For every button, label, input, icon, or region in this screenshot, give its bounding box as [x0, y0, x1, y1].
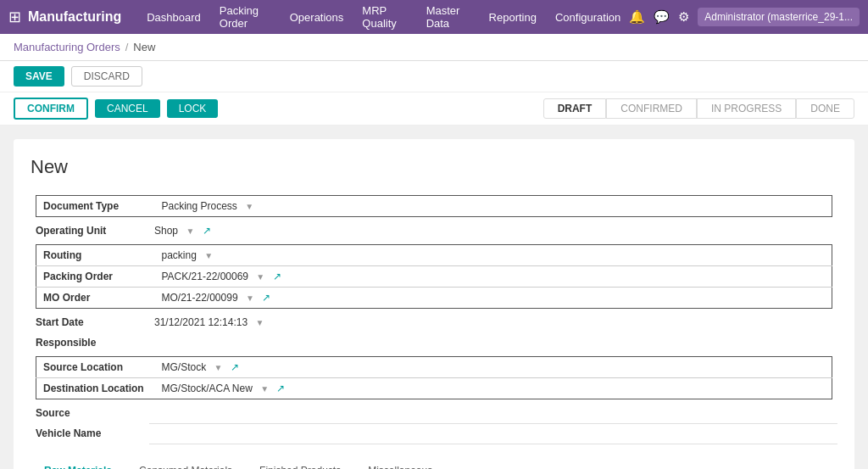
- packing-order-arrow: ▼: [256, 272, 264, 282]
- source-field[interactable]: [149, 403, 837, 423]
- form-title: New: [31, 156, 837, 178]
- tab-raw-materials[interactable]: Raw Materials: [31, 458, 125, 470]
- form-fields: Document Type Packing Process ▼: [31, 192, 837, 444]
- operating-unit-arrow: ▼: [186, 226, 194, 236]
- source-location-ext-link[interactable]: ↗: [231, 361, 239, 373]
- main-content: New Document Type Packing Process: [0, 126, 868, 469]
- vehicle-name-field[interactable]: [149, 423, 837, 444]
- destination-location-ext-link[interactable]: ↗: [276, 382, 285, 394]
- start-date-label: Start Date: [31, 312, 149, 332]
- document-type-field[interactable]: Packing Process ▼: [155, 196, 832, 217]
- action-bar-1: SAVE DISCARD: [0, 61, 868, 92]
- document-type-label: Document Type: [36, 196, 155, 217]
- lock-button[interactable]: LOCK: [167, 99, 219, 118]
- mo-order-arrow: ▼: [246, 293, 254, 303]
- source-location-label: Source Location: [36, 357, 155, 378]
- form-card: New Document Type Packing Process: [14, 139, 854, 469]
- grid-icon[interactable]: ⊞: [8, 8, 21, 26]
- confirm-button[interactable]: CONFIRM: [14, 98, 88, 120]
- nav-operations[interactable]: Operations: [281, 0, 353, 34]
- nav-dashboard[interactable]: Dashboard: [138, 0, 209, 34]
- save-button[interactable]: SAVE: [14, 66, 64, 87]
- tab-miscellaneous[interactable]: Miscellaneous: [354, 458, 446, 470]
- start-date-arrow: ▼: [255, 318, 264, 327]
- action-bar-2: CONFIRM CANCEL LOCK DRAFT CONFIRMED IN P…: [0, 92, 868, 126]
- notification-icon[interactable]: 🔔: [629, 9, 645, 25]
- mo-order-label: MO Order: [36, 288, 155, 309]
- nav-master-data[interactable]: Master Data: [418, 0, 479, 34]
- breadcrumb-current: New: [133, 41, 155, 53]
- breadcrumb: Manufacturing Orders / New: [0, 34, 868, 61]
- chat-icon[interactable]: 💬: [654, 9, 670, 25]
- breadcrumb-parent[interactable]: Manufacturing Orders: [14, 41, 120, 53]
- nav-mrp-quality[interactable]: MRP Quality: [353, 0, 415, 34]
- tab-finished-products[interactable]: Finished Products: [246, 458, 354, 470]
- tab-consumed-materials[interactable]: Consumed Materials: [125, 458, 246, 470]
- nav-reporting[interactable]: Reporting: [481, 0, 545, 34]
- settings-icon[interactable]: ⚙: [678, 9, 689, 25]
- source-label: Source: [31, 403, 149, 423]
- topnav-right: 🔔 💬 ⚙ Administrator (masterrice_29-1...: [629, 8, 860, 26]
- destination-location-arrow: ▼: [260, 384, 269, 394]
- document-type-arrow: ▼: [245, 202, 253, 211]
- destination-location-field[interactable]: MG/Stock/ACA New ▼ ↗: [155, 378, 832, 399]
- status-steps: DRAFT CONFIRMED IN PROGRESS DONE: [543, 98, 854, 119]
- nav-packing-order[interactable]: Packing Order: [211, 0, 280, 34]
- packing-order-ext-link[interactable]: ↗: [273, 271, 281, 282]
- cancel-button[interactable]: CANCEL: [95, 99, 160, 118]
- operating-unit-field[interactable]: Shop ▼ ↗: [149, 221, 837, 241]
- start-date-field[interactable]: 31/12/2021 12:14:13 ▼: [149, 312, 837, 332]
- routing-field[interactable]: packing ▼: [155, 245, 832, 266]
- responsible-label: Responsible: [31, 332, 149, 353]
- packing-order-label: Packing Order: [36, 266, 155, 288]
- packing-order-field[interactable]: PACK/21-22/00069 ▼ ↗: [155, 266, 832, 288]
- vehicle-name-label: Vehicle Name: [31, 423, 149, 444]
- tabs-row: Raw Materials Consumed Materials Finishe…: [31, 458, 837, 470]
- brand-label: Manufacturing: [28, 9, 121, 25]
- source-location-field[interactable]: MG/Stock ▼ ↗: [155, 357, 832, 378]
- status-draft[interactable]: DRAFT: [543, 98, 607, 119]
- operating-unit-ext-link[interactable]: ↗: [203, 225, 211, 237]
- nav-menu: Dashboard Packing Order Operations MRP Q…: [138, 0, 629, 34]
- mo-order-ext-link[interactable]: ↗: [262, 292, 270, 304]
- topnav: ⊞ Manufacturing Dashboard Packing Order …: [0, 0, 868, 34]
- user-menu[interactable]: Administrator (masterrice_29-1...: [698, 8, 860, 26]
- mo-order-field[interactable]: MO/21-22/00099 ▼ ↗: [155, 288, 832, 309]
- source-location-arrow: ▼: [214, 363, 223, 372]
- nav-configuration[interactable]: Configuration: [547, 0, 629, 34]
- status-done[interactable]: DONE: [796, 98, 854, 119]
- status-confirmed[interactable]: CONFIRMED: [606, 98, 697, 119]
- routing-arrow: ▼: [204, 251, 213, 260]
- destination-location-label: Destination Location: [36, 378, 155, 399]
- discard-button[interactable]: DISCARD: [71, 66, 142, 87]
- status-in-progress[interactable]: IN PROGRESS: [697, 98, 796, 119]
- breadcrumb-separator: /: [125, 41, 129, 53]
- operating-unit-label: Operating Unit: [31, 221, 149, 241]
- responsible-field[interactable]: [149, 332, 837, 353]
- routing-label: Routing: [36, 245, 155, 266]
